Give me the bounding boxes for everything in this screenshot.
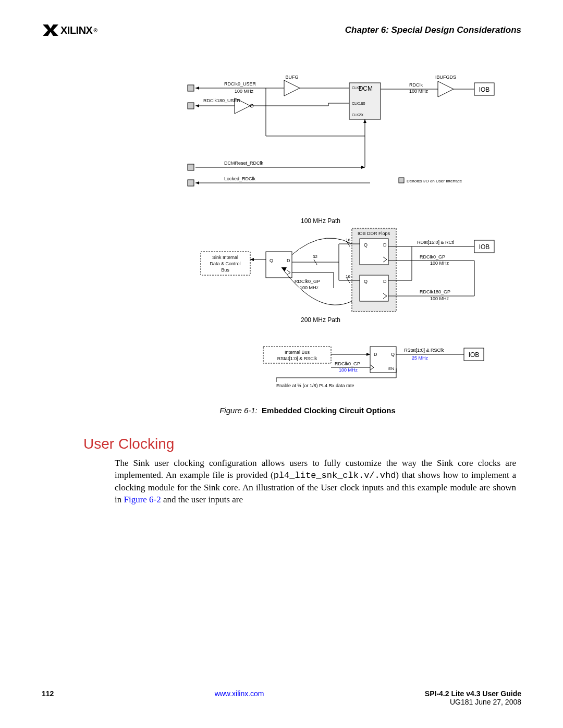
rdat-label: RDat[15:0] & RCtl — [417, 240, 455, 245]
chapter-label: Chapter 6: — [345, 25, 389, 35]
path200-label: 200 MHz Path — [301, 316, 340, 324]
guide-subtitle: UG181 June 27, 2008 — [425, 698, 521, 706]
ibufgds-label: IBUFGDS — [435, 75, 456, 80]
rdclk0gp-2: RDClk0_GP — [295, 279, 320, 284]
section-heading: User Clocking — [83, 436, 521, 452]
enable-rate: Enable at ¼ (or 1/8) PL4 Rx data rate — [276, 383, 354, 388]
rdclk180-user: RDClk180_USER — [203, 98, 241, 103]
figure-caption: Figure 6-1: Embedded Clocking Circuit Op… — [94, 406, 521, 415]
body-text-3: and the user inputs are — [161, 495, 243, 504]
chapter-name: Special Design Considerations — [391, 25, 521, 35]
clk0-label: CLK0 — [352, 86, 361, 90]
n16-1: 16 — [346, 238, 350, 242]
chapter-title: Chapter 6: Special Design Considerations — [345, 25, 521, 35]
d-label-3: D — [287, 258, 290, 263]
svg-marker-16 — [363, 119, 366, 123]
iob-ddr-label: IOB DDR Flops — [358, 231, 390, 236]
rdclk-label: RDClk — [409, 82, 423, 88]
svg-rect-24 — [188, 164, 194, 170]
sink-line2: Data & Control — [210, 261, 240, 266]
xilinx-x-icon — [42, 23, 59, 37]
q-label-3: Q — [270, 258, 273, 263]
body-paragraph: The Sink user clocking configuration all… — [115, 458, 516, 506]
svg-marker-9 — [284, 80, 300, 96]
rdclk0-user: RDClk0_USER — [224, 81, 256, 87]
iob-label-2: IOB — [479, 243, 490, 251]
internal-l2: RStat[1:0] & RSClk — [277, 356, 317, 361]
rdclk180gp: RDClk180_GP — [420, 289, 450, 294]
d-label-4: D — [374, 352, 377, 357]
svg-marker-57 — [366, 353, 370, 356]
figure-ref-link[interactable]: Figure 6-2 — [124, 495, 161, 504]
rdclk0-user-freq: 100 MHz — [235, 89, 254, 94]
d-label-1: D — [383, 242, 387, 248]
q-label-4: Q — [391, 352, 395, 357]
figure-diagram-1: IOB IBUFGDS RDClk 100 MHz DCM CLK0 CLK18… — [94, 73, 521, 211]
freq100-b: 100 MHz — [339, 367, 358, 373]
footer-url[interactable]: www.xilinx.com — [215, 689, 264, 698]
figure-title: Embedded Clocking Circuit Options — [262, 406, 396, 415]
registered-mark: ® — [93, 28, 97, 33]
svg-marker-1 — [438, 81, 454, 97]
xilinx-logo: XILINX ® — [42, 23, 97, 37]
clk180-label: CLK180 — [352, 102, 365, 105]
figure-diagram-2: 100 MHz Path IOB DDR Flops Q D Q D IOB — [94, 215, 521, 337]
sink-line3: Bus — [221, 267, 229, 273]
freq25: 25 MHz — [412, 355, 429, 361]
code-filename: pl4_lite_snk_clk.v/.vhd — [274, 471, 396, 480]
svg-rect-28 — [188, 180, 194, 186]
dcmreset: DCMReset_RDClk — [224, 161, 264, 166]
rdclk0gp-3: RDClk0_GP — [335, 361, 360, 366]
internal-l1: Internal Bus — [285, 350, 310, 355]
freq100-3: 100 MHz — [300, 285, 319, 290]
path100-label: 100 MHz Path — [301, 217, 340, 225]
page-footer: 112 www.xilinx.com SPI-4.2 Lite v4.3 Use… — [42, 689, 521, 706]
rstat-label: RStat[1:0] & RSClk — [404, 348, 444, 353]
rdclk0gp-1: RDClk0_GP — [420, 254, 445, 260]
svg-marker-52 — [250, 258, 254, 261]
figure-diagram-3: Internal Bus RStat[1:0] & RSClk D Q EN R… — [94, 341, 521, 396]
d-label-2: D — [383, 279, 387, 284]
rdclk-freq: 100 MHz — [409, 89, 429, 94]
svg-marker-27 — [195, 181, 199, 184]
n32: 32 — [313, 254, 317, 259]
svg-rect-29 — [399, 178, 404, 183]
sink-line1: Sink Internal — [212, 255, 238, 260]
page-header: XILINX ® Chapter 6: Special Design Consi… — [42, 23, 521, 37]
page-number: 112 — [42, 689, 54, 698]
guide-title: SPI-4.2 Lite v4.3 User Guide — [425, 689, 521, 698]
en-label: EN — [388, 366, 394, 371]
iob-label: IOB — [479, 86, 490, 93]
freq100-1: 100 MHz — [430, 261, 449, 266]
freq100-2: 100 MHz — [430, 296, 449, 301]
figure-label: Figure 6-1: — [219, 406, 258, 415]
svg-marker-11 — [195, 87, 199, 90]
svg-marker-20 — [195, 104, 199, 107]
svg-marker-23 — [361, 166, 365, 169]
clk2x-label: CLK2X — [352, 113, 364, 117]
n16-2: 16 — [346, 274, 350, 279]
svg-rect-21 — [188, 103, 194, 109]
bufg-label: BUFG — [285, 75, 298, 80]
q-label-1: Q — [364, 242, 368, 248]
locked: Locked_RDClk — [224, 176, 256, 181]
svg-rect-12 — [188, 85, 194, 91]
svg-rect-48 — [266, 252, 292, 278]
logo-text: XILINX — [60, 24, 92, 36]
q-label-2: Q — [364, 279, 368, 284]
iob-label-3: IOB — [469, 351, 480, 359]
legend-text: Denotes I/O on User Interface — [407, 179, 462, 183]
